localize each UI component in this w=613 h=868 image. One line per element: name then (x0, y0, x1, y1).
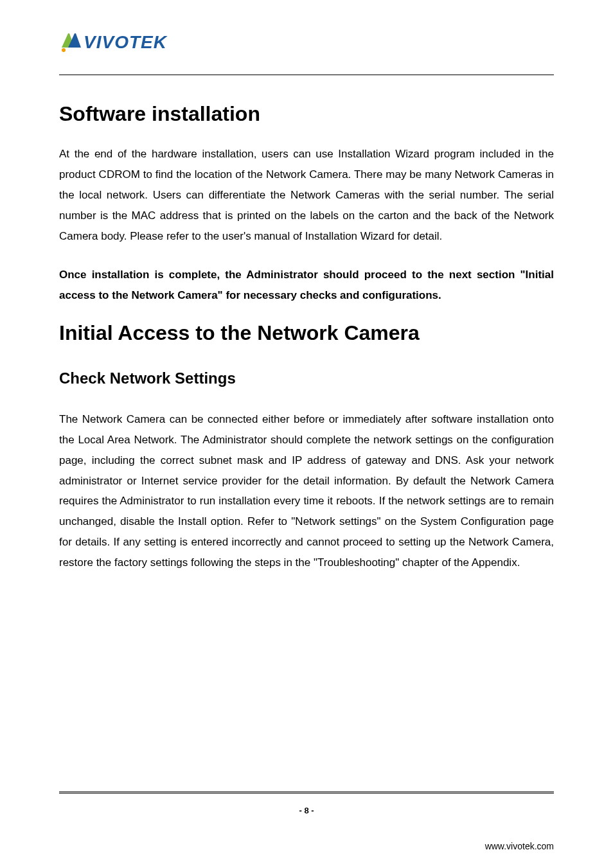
logo-container: VIVOTEK (59, 31, 554, 54)
software-installation-bold-paragraph: Once installation is complete, the Admin… (59, 265, 554, 306)
svg-point-0 (62, 48, 66, 52)
software-installation-paragraph: At the end of the hardware installation,… (59, 144, 554, 247)
page-footer: - 8 - www.vivotek.com (59, 792, 554, 868)
check-network-settings-heading: Check Network Settings (59, 369, 554, 387)
page-number: - 8 - (59, 806, 554, 815)
logo: VIVOTEK (59, 31, 554, 54)
footer-url: www.vivotek.com (59, 841, 554, 851)
footer-divider (59, 792, 554, 794)
initial-access-heading: Initial Access to the Network Camera (59, 321, 554, 345)
header-divider (59, 75, 554, 75)
logo-brand-text: VIVOTEK (84, 32, 167, 53)
check-network-settings-paragraph: The Network Camera can be connected eith… (59, 409, 554, 574)
software-installation-heading: Software installation (59, 102, 554, 126)
logo-icon (59, 31, 82, 54)
